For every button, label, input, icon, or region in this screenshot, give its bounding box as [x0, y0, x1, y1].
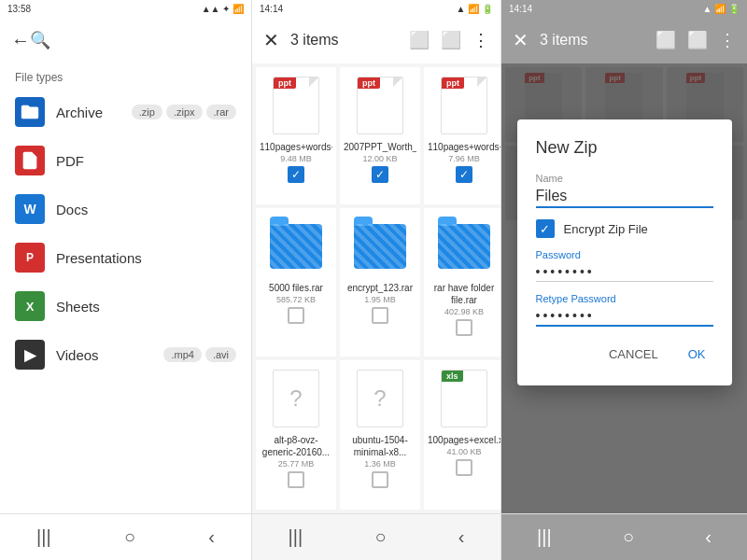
file-thumb: ? [352, 366, 408, 431]
list-item[interactable]: ? ubuntu-1504-minimal-x8... 1.36 MB [340, 360, 420, 510]
nav-menu-2[interactable]: ||| [289, 526, 303, 548]
file-thumb: ppt [352, 73, 408, 138]
file-checkbox[interactable] [456, 319, 472, 336]
new-zip-dialog: New Zip Name Encrypt Zip File Password R… [517, 119, 732, 385]
nav-back-1[interactable]: ‹ [208, 526, 215, 548]
videos-tags: .mp4 .avi [163, 347, 236, 362]
close-button-3[interactable]: ✕ [513, 29, 529, 51]
file-size: 402.98 KB [444, 307, 484, 316]
signal-icons-3: ▲ 📶 🔋 [703, 4, 740, 14]
file-name: 5000 files.rar [269, 282, 323, 294]
file-thumb: ? [268, 366, 324, 431]
close-button-2[interactable]: ✕ [263, 29, 279, 51]
file-thumb: xls [436, 366, 492, 431]
archive-tags: .zip .zipx .rar [132, 105, 236, 119]
file-checkbox[interactable] [288, 166, 304, 183]
file-checkbox[interactable] [288, 471, 304, 488]
file-type-pdf[interactable]: PDF [0, 136, 251, 185]
file-thumb [436, 214, 492, 279]
tag-zipx: .zipx [166, 105, 203, 119]
encrypt-label: Encrypt Zip File [564, 222, 648, 236]
file-size: 9.48 MB [280, 154, 312, 163]
more-options-icon-3[interactable]: ⋮ [719, 30, 736, 50]
nav-home-3[interactable]: ○ [623, 526, 634, 548]
list-item[interactable]: ppt 110pages+words+pic.pp... 7.96 MB [424, 67, 500, 204]
list-item[interactable]: 5000 files.rar 585.72 KB [256, 208, 336, 357]
file-thumb [268, 214, 324, 279]
file-checkbox[interactable] [372, 307, 388, 324]
header-actions-2: ⬜ ⬜ ⋮ [409, 30, 489, 50]
panel-file-types: 13:58 ▲▲ ✦ 📶 ← 🔍 File types Archive .zip… [0, 0, 252, 560]
file-type-sheets[interactable]: X Sheets [0, 282, 251, 330]
nav-home-1[interactable]: ○ [124, 526, 135, 548]
nav-home-2[interactable]: ○ [374, 526, 386, 548]
file-type-docs[interactable]: W Docs [0, 185, 251, 233]
file-name: ubuntu-1504-minimal-x8... [344, 434, 416, 458]
nav-menu-1[interactable]: ||| [36, 526, 51, 548]
file-size: 585.72 KB [276, 295, 316, 304]
list-item[interactable]: ? alt-p8-ovz-generic-20160... 25.77 MB [256, 360, 336, 510]
cancel-button[interactable]: CANCEL [601, 342, 666, 367]
password-input[interactable] [536, 262, 713, 282]
file-thumb: ppt [268, 73, 324, 138]
nav-back-2[interactable]: ‹ [458, 526, 465, 548]
dialog-actions: CANCEL OK [536, 342, 713, 367]
list-item[interactable]: encrypt_123.rar 1.95 MB [340, 208, 420, 357]
file-copy-icon[interactable]: ⬜ [409, 30, 430, 50]
time-2: 14:14 [260, 4, 283, 14]
xls-icon: xls [441, 370, 487, 427]
file-checkbox[interactable] [288, 307, 304, 324]
archive-label: Archive [56, 105, 120, 120]
file-name: 100pages+excel.xls [428, 434, 500, 446]
unknown-icon: ? [357, 370, 403, 427]
docs-label: Docs [56, 202, 236, 217]
file-thumb [352, 214, 408, 279]
nav-back-3[interactable]: ‹ [705, 526, 712, 548]
tag-rar: .rar [206, 105, 237, 119]
retype-password-input[interactable] [536, 306, 713, 327]
file-size: 12.00 KB [362, 154, 397, 163]
list-item[interactable]: ppt 110pages+words+pic.ppt 9.48 MB [256, 67, 336, 204]
pdf-label: PDF [56, 153, 236, 169]
sheets-label: Sheets [56, 299, 236, 315]
file-size: 1.95 MB [364, 295, 396, 304]
list-item[interactable]: ppt 2007PPT_Worth_Comme... 12.00 KB [340, 67, 420, 204]
file-checkbox[interactable] [372, 166, 388, 183]
panel-dialog: 14:14 ▲ 📶 🔋 ✕ 3 items ⬜ ⬜ ⋮ ppt 110pages… [501, 0, 747, 560]
file-new-icon-3[interactable]: ⬜ [687, 30, 708, 50]
pdf-icon [15, 146, 45, 175]
list-item[interactable]: xls 100pages+excel.xls 41.00 KB [424, 360, 500, 510]
more-options-icon[interactable]: ⋮ [472, 30, 489, 50]
time-3: 14:14 [509, 4, 532, 14]
archive-icon [15, 97, 45, 127]
file-types-label: File types [0, 63, 251, 88]
file-type-archive[interactable]: Archive .zip .zipx .rar [0, 88, 251, 136]
ppt-icon: ppt [357, 77, 403, 134]
folder-icon [438, 224, 490, 269]
back-button[interactable]: ← [11, 30, 30, 51]
file-grid: ppt 110pages+words+pic.ppt 9.48 MB ppt 2… [252, 63, 500, 513]
file-checkbox[interactable] [372, 471, 388, 488]
folder-icon [354, 224, 406, 269]
signal-icons-2: ▲ 📶 🔋 [457, 4, 493, 14]
name-input[interactable] [536, 186, 713, 208]
file-copy-icon-3[interactable]: ⬜ [655, 30, 676, 50]
retype-label: Retype Password [536, 293, 713, 304]
file-new-icon[interactable]: ⬜ [441, 30, 461, 50]
nav-bar-1: ||| ○ ‹ [0, 513, 251, 560]
file-name: 2007PPT_Worth_Comme... [344, 141, 416, 153]
file-type-presentations[interactable]: P Presentations [0, 233, 251, 282]
encrypt-checkbox[interactable] [536, 219, 555, 238]
tag-avi: .avi [205, 347, 236, 362]
unknown-icon: ? [273, 370, 319, 427]
videos-icon: ▶ [15, 340, 45, 370]
file-checkbox[interactable] [456, 166, 472, 183]
header-actions-3: ⬜ ⬜ ⋮ [655, 30, 736, 50]
list-item[interactable]: rar have folder file.rar 402.98 KB [424, 208, 500, 357]
tag-mp4: .mp4 [163, 347, 201, 362]
ok-button[interactable]: OK [681, 342, 713, 367]
file-checkbox[interactable] [456, 459, 472, 476]
file-type-videos[interactable]: ▶ Videos .mp4 .avi [0, 330, 251, 379]
search-button[interactable]: 🔍 [30, 30, 50, 50]
nav-menu-3[interactable]: ||| [537, 526, 552, 548]
